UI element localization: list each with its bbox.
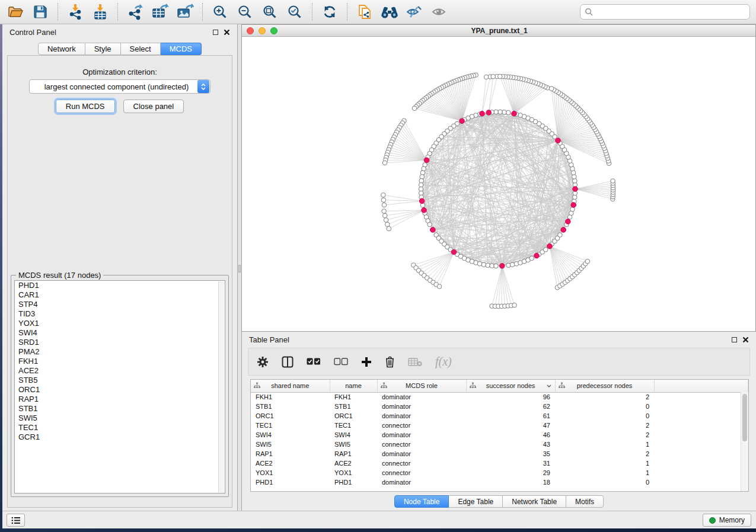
cell-successor-nodes[interactable]: 43 [466, 440, 555, 449]
mcds-result-node[interactable]: ORC1 [15, 385, 225, 395]
cell-MCDS-role[interactable]: dominator [377, 402, 466, 411]
mcds-result-node[interactable]: TID3 [15, 309, 225, 319]
zoom-out-icon[interactable] [235, 3, 254, 21]
mcds-result-node[interactable]: STB1 [15, 404, 225, 414]
tab-network[interactable]: Network [38, 43, 85, 55]
graph-hub-node[interactable] [460, 118, 465, 124]
cell-successor-nodes[interactable]: 61 [466, 411, 555, 421]
select-all-icon[interactable] [307, 358, 321, 366]
network-graph[interactable] [242, 37, 755, 331]
graph-node[interactable] [585, 259, 590, 264]
graph-node[interactable] [558, 233, 563, 238]
cell-name[interactable]: RAP1 [330, 449, 377, 459]
zoom-selected-icon[interactable] [285, 3, 304, 21]
cell-successor-nodes[interactable]: 47 [466, 421, 555, 430]
column-header-successor-nodes[interactable]: successor nodes [466, 380, 555, 392]
graph-node[interactable] [491, 74, 496, 79]
graph-hub-node[interactable] [451, 249, 457, 255]
close-panel-icon[interactable] [224, 29, 230, 36]
cell-name[interactable]: SWI4 [330, 430, 377, 440]
table-row[interactable]: RAP1RAP1dominator352 [251, 449, 748, 459]
graph-node[interactable] [549, 86, 554, 91]
cell-name[interactable]: STB1 [330, 402, 377, 411]
graph-node[interactable] [544, 248, 548, 252]
import-table-icon[interactable] [91, 3, 110, 21]
cell-successor-nodes[interactable]: 62 [466, 402, 555, 411]
cell-shared-name[interactable]: YOX1 [251, 468, 330, 477]
graph-hub-node[interactable] [424, 158, 429, 163]
cell-predecessor-nodes[interactable]: 1 [555, 440, 654, 449]
graph-hub-node[interactable] [547, 243, 553, 249]
cell-name[interactable]: ORC1 [330, 411, 377, 421]
float-panel-icon[interactable] [732, 337, 737, 342]
graph-node[interactable] [428, 222, 432, 227]
cell-MCDS-role[interactable]: dominator [377, 449, 466, 459]
cell-successor-nodes[interactable]: 35 [466, 449, 555, 459]
close-panel-icon[interactable] [742, 336, 749, 343]
splitter-handle[interactable] [238, 265, 241, 273]
mcds-result-list[interactable]: PHD1CAR1STP4TID3YOX1SWI4SRD1PMA2FKH1ACE2… [14, 280, 225, 493]
graph-node[interactable] [512, 303, 517, 307]
cell-successor-nodes[interactable]: 18 [466, 477, 555, 487]
mcds-result-node[interactable]: GCR1 [15, 432, 225, 442]
tab-motifs[interactable]: Motifs [566, 495, 604, 508]
mcds-result-node[interactable]: ACE2 [15, 366, 225, 376]
search-input[interactable] [596, 8, 745, 16]
export-table-icon[interactable] [151, 3, 170, 21]
run-mcds-button[interactable]: Run MCDS [56, 100, 115, 113]
cell-successor-nodes[interactable]: 46 [466, 430, 555, 440]
first-neighbors-icon[interactable] [380, 3, 399, 21]
cell-predecessor-nodes[interactable]: 2 [555, 421, 654, 430]
mcds-result-node[interactable]: TEC1 [15, 423, 225, 432]
network-window-titlebar[interactable]: YPA_prune.txt_1 [242, 25, 755, 37]
mcds-result-node[interactable]: PMA2 [15, 347, 225, 357]
table-row[interactable]: ACE2ACE2connector311 [251, 459, 748, 468]
tab-mcds[interactable]: MCDS [161, 43, 202, 55]
table-scrollbar-thumb[interactable] [742, 394, 747, 441]
cell-shared-name[interactable]: SWI5 [251, 440, 330, 449]
apply-layout-icon[interactable] [320, 3, 339, 21]
table-row[interactable]: ORC1ORC1dominator610 [251, 411, 748, 421]
graph-node[interactable] [382, 209, 387, 214]
zoom-in-icon[interactable] [210, 3, 229, 21]
search-box[interactable] [580, 4, 750, 20]
cell-shared-name[interactable]: SWI4 [251, 430, 330, 440]
graph-hub-node[interactable] [566, 219, 571, 225]
zoom-fit-icon[interactable] [260, 3, 279, 21]
cell-predecessor-nodes[interactable]: 0 [555, 411, 654, 421]
export-image-icon[interactable] [176, 3, 194, 21]
hide-selected-icon[interactable] [405, 3, 424, 21]
cell-successor-nodes[interactable]: 29 [466, 468, 555, 477]
table-options-icon[interactable] [257, 356, 269, 368]
table-row[interactable]: PHD1PHD1dominator180 [251, 477, 748, 487]
mcds-result-node[interactable]: CAR1 [15, 290, 225, 300]
memory-button[interactable]: Memory [703, 514, 751, 527]
column-header-predecessor-nodes[interactable]: predecessor nodes [555, 380, 654, 392]
cell-name[interactable]: ACE2 [330, 459, 377, 468]
cell-predecessor-nodes[interactable]: 1 [555, 468, 654, 477]
criterion-dropdown[interactable]: largest connected component (undirected) [29, 79, 210, 94]
graph-hub-node[interactable] [512, 111, 517, 117]
graph-hub-node[interactable] [422, 208, 427, 213]
graph-node[interactable] [420, 175, 425, 180]
cell-shared-name[interactable]: RAP1 [251, 449, 330, 459]
graph-node[interactable] [385, 222, 390, 227]
table-row[interactable]: TEC1TEC1connector472 [251, 421, 748, 430]
graph-hub-node[interactable] [480, 111, 485, 117]
cell-name[interactable]: SWI5 [330, 440, 377, 449]
cell-MCDS-role[interactable]: dominator [377, 392, 466, 402]
close-panel-button[interactable]: Close panel [123, 100, 184, 113]
mcds-result-node[interactable]: SWI5 [15, 414, 225, 423]
cell-shared-name[interactable]: ORC1 [251, 411, 330, 421]
table-row[interactable]: SWI5SWI5connector431 [251, 440, 748, 449]
graph-node[interactable] [412, 106, 417, 111]
table-row[interactable]: YOX1YOX1connector291 [251, 468, 748, 477]
graph-node[interactable] [494, 264, 499, 268]
cell-shared-name[interactable]: STB1 [251, 402, 330, 411]
graph-node[interactable] [387, 226, 391, 231]
cell-predecessor-nodes[interactable]: 1 [555, 459, 654, 468]
panel-menu-button[interactable] [7, 514, 25, 527]
cell-name[interactable]: FKH1 [330, 392, 377, 402]
cell-MCDS-role[interactable]: connector [377, 440, 466, 449]
table-row[interactable]: STB1STB1dominator620 [251, 402, 748, 411]
